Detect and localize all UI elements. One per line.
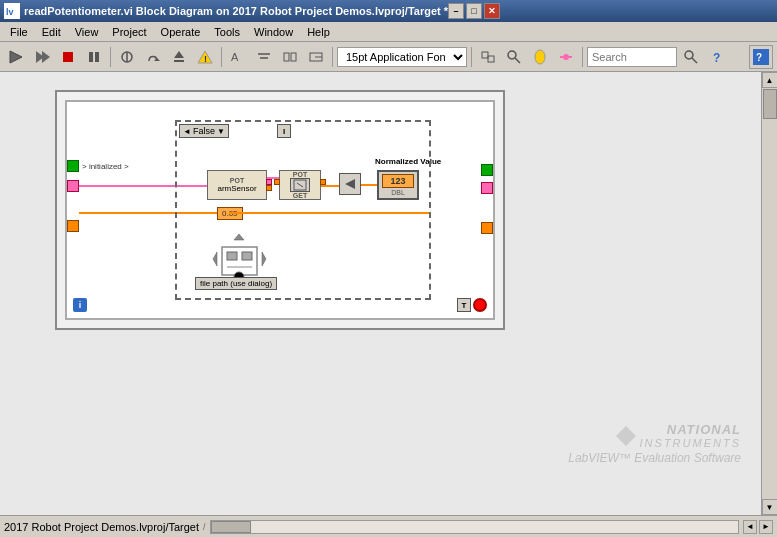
menu-edit[interactable]: Edit <box>36 24 67 40</box>
run-continuously-button[interactable] <box>30 45 54 69</box>
window-controls: – □ ✕ <box>448 3 500 19</box>
svg-rect-19 <box>291 53 296 61</box>
menu-file[interactable]: File <box>4 24 34 40</box>
zoom-button[interactable] <box>502 45 526 69</box>
retain-wire-button[interactable] <box>554 45 578 69</box>
scroll-thumb[interactable] <box>763 89 777 119</box>
status-scroll-thumb[interactable] <box>211 521 251 533</box>
search-button[interactable] <box>679 45 703 69</box>
svg-marker-4 <box>42 51 50 63</box>
close-button[interactable]: ✕ <box>484 3 500 19</box>
menu-tools[interactable]: Tools <box>208 24 246 40</box>
menu-view[interactable]: View <box>69 24 105 40</box>
maximize-button[interactable]: □ <box>466 3 482 19</box>
text-settings-button[interactable]: A <box>226 45 250 69</box>
highlight-button[interactable] <box>528 45 552 69</box>
t-terminal: T <box>457 298 471 312</box>
svg-text:?: ? <box>756 52 762 63</box>
svg-rect-6 <box>89 52 93 62</box>
info-icon: i <box>73 298 87 312</box>
menu-operate[interactable]: Operate <box>155 24 207 40</box>
distribute-button[interactable] <box>278 45 302 69</box>
svg-line-30 <box>692 58 697 63</box>
wire-orange-3 <box>79 212 217 214</box>
scroll-left-button[interactable]: ◄ <box>743 520 757 534</box>
ni-watermark: NATIONAL INSTRUMENTS LabVIEW™ Evaluation… <box>568 422 741 465</box>
normalized-value-label: Normalized Value <box>375 157 441 166</box>
search-input[interactable] <box>587 47 677 67</box>
left-terminal-3 <box>67 220 79 232</box>
svg-marker-42 <box>234 234 244 240</box>
help-button[interactable]: ? <box>705 45 729 69</box>
initialized-label: > initialized > <box>82 162 129 171</box>
svg-rect-7 <box>95 52 99 62</box>
align-button[interactable] <box>252 45 276 69</box>
target-indicator: / <box>203 522 206 532</box>
font-selector[interactable]: 15pt Application Font <box>337 47 467 67</box>
scroll-up-button[interactable]: ▲ <box>762 72 778 88</box>
wire-orange-4 <box>229 212 429 214</box>
scroll-right-button[interactable]: ► <box>759 520 773 534</box>
svg-text:A: A <box>231 51 239 63</box>
canvas-area[interactable]: ◄ False ▼ I > initialized > POT armSenso <box>0 72 761 515</box>
svg-text:?: ? <box>713 51 720 65</box>
toolbar: ! A 15pt Application Font <box>0 42 777 72</box>
svg-rect-23 <box>488 56 494 62</box>
status-scrollbar[interactable] <box>210 520 739 534</box>
block-diagram: ◄ False ▼ I > initialized > POT armSenso <box>55 90 505 330</box>
ni-instruments: INSTRUMENTS <box>640 437 741 449</box>
step-out-button[interactable] <box>167 45 191 69</box>
warnings-button[interactable]: ! <box>193 45 217 69</box>
arm-sensor-block[interactable]: POT armSensor <box>207 170 267 200</box>
svg-rect-38 <box>227 252 237 260</box>
scroll-down-button[interactable]: ▼ <box>762 499 778 515</box>
false-label: False <box>193 126 215 136</box>
wire-orange-2 <box>361 184 377 186</box>
status-bar: 2017 Robot Project Demos.lvproj/Target /… <box>0 515 777 537</box>
left-terminal-1 <box>67 160 79 172</box>
reorder-button[interactable] <box>476 45 500 69</box>
status-path: 2017 Robot Project Demos.lvproj/Target <box>4 521 199 533</box>
pause-button[interactable] <box>82 45 106 69</box>
context-help-button[interactable]: ? <box>749 45 773 69</box>
sep2 <box>221 47 222 67</box>
file-path-block: file path (use dialog) <box>195 277 277 290</box>
wire-orange-1 <box>321 185 339 187</box>
wire-pink-2 <box>267 177 279 179</box>
svg-rect-18 <box>284 53 289 61</box>
sep5 <box>582 47 583 67</box>
menu-help[interactable]: Help <box>301 24 336 40</box>
svg-text:!: ! <box>204 54 207 64</box>
title-bar: lv readPotentiometer.vi Block Diagram on… <box>0 0 777 22</box>
sep1 <box>110 47 111 67</box>
title-text: readPotentiometer.vi Block Diagram on 20… <box>24 5 448 17</box>
buffer-block[interactable] <box>339 173 361 195</box>
svg-rect-37 <box>222 247 257 275</box>
scroll-arrows: ◄ ► <box>743 520 773 534</box>
svg-marker-10 <box>154 58 160 61</box>
step-over-button[interactable] <box>141 45 165 69</box>
stop-terminal <box>473 298 487 312</box>
right-terminal-2 <box>481 182 493 194</box>
right-terminal-1 <box>481 164 493 176</box>
menu-window[interactable]: Window <box>248 24 299 40</box>
get-label: GET <box>293 192 307 199</box>
false-selector[interactable]: ◄ False ▼ <box>179 124 229 138</box>
menu-project[interactable]: Project <box>106 24 152 40</box>
sep3 <box>332 47 333 67</box>
pot-label: POT <box>293 171 307 178</box>
abort-button[interactable] <box>56 45 80 69</box>
output-value: 123 <box>382 174 414 188</box>
svg-rect-39 <box>242 252 252 260</box>
minimize-button[interactable]: – <box>448 3 464 19</box>
left-terminal-2 <box>67 180 79 192</box>
pot-get-block[interactable]: POT GET <box>279 170 321 200</box>
step-into-button[interactable] <box>115 45 139 69</box>
svg-point-26 <box>535 50 545 64</box>
resize-button[interactable] <box>304 45 328 69</box>
main-area: ◄ False ▼ I > initialized > POT armSenso <box>0 72 777 515</box>
labview-eval: LabVIEW™ Evaluation Software <box>568 451 741 465</box>
svg-line-25 <box>515 58 520 63</box>
run-button[interactable] <box>4 45 28 69</box>
svg-marker-12 <box>174 51 184 58</box>
